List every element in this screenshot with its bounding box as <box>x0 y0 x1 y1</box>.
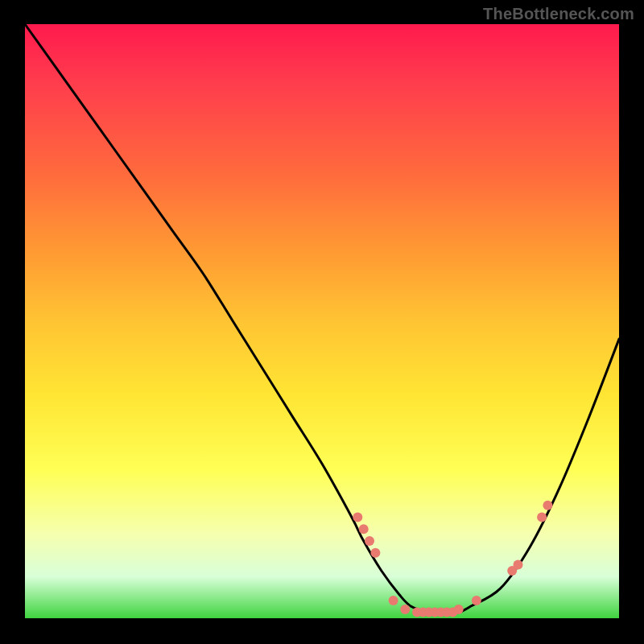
data-marker <box>365 536 374 546</box>
data-marker <box>400 605 410 614</box>
data-marker <box>370 548 380 558</box>
chart-frame: TheBottleneck.com <box>0 0 644 644</box>
data-marker <box>537 513 547 522</box>
bottleneck-curve <box>25 24 619 613</box>
data-marker <box>389 596 398 605</box>
curve-svg <box>25 24 619 618</box>
data-marker <box>353 513 362 522</box>
watermark-text: TheBottleneck.com <box>483 5 634 23</box>
data-marker <box>514 560 523 570</box>
data-marker <box>454 605 464 614</box>
data-marker <box>543 501 552 510</box>
data-marker <box>359 524 369 534</box>
plot-area <box>25 24 619 618</box>
data-marker <box>472 596 481 605</box>
